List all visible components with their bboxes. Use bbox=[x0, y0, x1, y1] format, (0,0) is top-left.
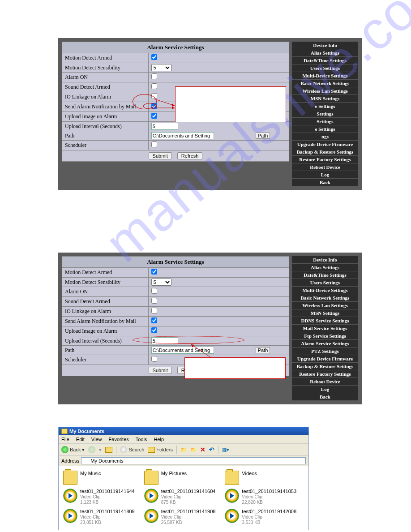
menu-favorites[interactable]: Favorites bbox=[109, 437, 129, 442]
back-button[interactable]: Back ▾ bbox=[61, 446, 85, 453]
checkbox-alarm-on[interactable] bbox=[151, 288, 157, 294]
checkbox-scheduler[interactable] bbox=[151, 142, 157, 147]
sidebar-item[interactable]: MSN Settings bbox=[292, 95, 358, 103]
sidebar-item[interactable]: Ftp Service Settings bbox=[292, 332, 358, 340]
forward-icon[interactable] bbox=[88, 446, 95, 453]
checkbox-motion-armed[interactable] bbox=[151, 54, 157, 60]
file-item[interactable]: test01_20110119141604Video Clip875 KB bbox=[144, 489, 223, 505]
file-item[interactable]: test01_20110119141809Video Clip23,851 KB bbox=[63, 509, 142, 525]
sidebar-item[interactable]: Users Settings bbox=[292, 279, 358, 287]
up-button[interactable] bbox=[105, 447, 112, 453]
checkbox-alarm-on[interactable] bbox=[151, 73, 157, 79]
sidebar-item[interactable]: Restore Factory Settings bbox=[292, 156, 358, 163]
checkbox-send-mail[interactable] bbox=[151, 317, 157, 323]
path-button[interactable]: Path bbox=[256, 133, 270, 139]
sidebar-item[interactable]: Wireless Lan Settings bbox=[292, 302, 358, 309]
menu-file[interactable]: File bbox=[61, 437, 69, 442]
checkbox-io-linkage[interactable] bbox=[151, 308, 157, 313]
sidebar-item[interactable]: Backup & Restore Settings bbox=[292, 363, 358, 370]
folder-item[interactable]: My Music bbox=[63, 471, 142, 485]
submit-button[interactable]: Submit bbox=[149, 367, 172, 374]
menu-view[interactable]: View bbox=[91, 437, 102, 442]
sidebar-item[interactable]: e Settings bbox=[292, 103, 358, 110]
sidebar-item[interactable]: Settings bbox=[292, 118, 358, 125]
label-io-linkage: IO Linkage on Alarm bbox=[62, 307, 149, 317]
titlebar: My Documents bbox=[59, 427, 308, 435]
sidebar-item[interactable]: Alarm Service Settings bbox=[292, 340, 358, 348]
item-size: 22,820 KB bbox=[242, 500, 296, 505]
sidebar-item[interactable]: ngs bbox=[292, 133, 358, 141]
checkbox-scheduler[interactable] bbox=[151, 356, 157, 362]
input-path[interactable] bbox=[151, 132, 214, 139]
checkbox-sound-detect[interactable] bbox=[151, 298, 157, 304]
sidebar-item[interactable]: Date&Time Settings bbox=[292, 271, 358, 279]
select-sensibility[interactable]: 5 bbox=[151, 279, 171, 286]
sidebar-item[interactable]: Back bbox=[292, 179, 358, 186]
sidebar-item[interactable]: Device Info bbox=[292, 256, 358, 264]
delete-icon[interactable]: ✕ bbox=[200, 446, 206, 453]
views-icon[interactable]: ▦▾ bbox=[222, 447, 229, 453]
sidebar-item[interactable]: Log bbox=[292, 386, 358, 393]
sidebar-item[interactable]: Multi-Device Settings bbox=[292, 72, 358, 80]
sidebar-item[interactable]: Date&Time Settings bbox=[292, 57, 358, 64]
folders-button[interactable]: Folders bbox=[148, 447, 173, 453]
sidebar-item[interactable]: Upgrade Device Firmware bbox=[292, 141, 358, 148]
address-label: Address bbox=[61, 458, 79, 463]
sidebar-item[interactable]: Back bbox=[292, 393, 358, 401]
sidebar-item[interactable]: Restore Factory Settings bbox=[292, 370, 358, 378]
sidebar-item[interactable]: Mail Service Settings bbox=[292, 325, 358, 332]
refresh-button[interactable]: Refresh bbox=[177, 152, 203, 159]
move-icon[interactable]: 📁 bbox=[180, 447, 187, 453]
sidebar: Device InfoAlias SettingsDate&Time Setti… bbox=[292, 256, 358, 401]
alarm-settings-panel-2: Alarm Service Settings Motion Detect Arm… bbox=[58, 253, 362, 404]
sidebar-item[interactable]: Multi-Device Settings bbox=[292, 287, 358, 294]
sidebar-item[interactable]: DDNS Service Settings bbox=[292, 317, 358, 325]
sidebar-item[interactable]: Settings bbox=[292, 110, 358, 118]
sidebar-item[interactable]: Backup & Restore Settings bbox=[292, 148, 358, 156]
search-button[interactable]: Search bbox=[120, 446, 144, 453]
item-size: 1,123 KB bbox=[80, 500, 135, 505]
checkbox-sound-detect[interactable] bbox=[151, 83, 157, 89]
path-button[interactable]: Path bbox=[256, 347, 270, 353]
sidebar-item[interactable]: Alias Settings bbox=[292, 264, 358, 271]
checkbox-motion-armed[interactable] bbox=[151, 269, 157, 275]
folder-item[interactable]: Videos bbox=[225, 471, 304, 485]
label-sensibility: Motion Detect Sensibility bbox=[62, 63, 149, 73]
address-bar: Address My Documents bbox=[59, 456, 308, 466]
sidebar-item[interactable]: MSN Settings bbox=[292, 309, 358, 317]
sidebar-item[interactable]: Reboot Device bbox=[292, 163, 358, 171]
input-path[interactable] bbox=[151, 347, 214, 354]
sidebar-item[interactable]: Log bbox=[292, 171, 358, 179]
input-interval[interactable] bbox=[151, 123, 178, 130]
sidebar-item[interactable]: Wireless Lan Settings bbox=[292, 87, 358, 95]
menu-tools[interactable]: Tools bbox=[136, 437, 147, 442]
sidebar-item[interactable]: Reboot Device bbox=[292, 378, 358, 386]
select-sensibility[interactable]: 5 bbox=[151, 64, 171, 71]
sidebar-item[interactable]: Users Settings bbox=[292, 64, 358, 72]
undo-icon[interactable]: ↶ bbox=[209, 446, 214, 453]
menu-help[interactable]: Help bbox=[154, 437, 164, 442]
folder-up-icon bbox=[105, 447, 112, 453]
file-item[interactable]: test01_20110119141908Video Clip26,587 KB bbox=[144, 509, 223, 525]
item-name: test01_20110119141644 bbox=[80, 489, 135, 494]
item-size: 3,533 KB bbox=[242, 520, 296, 525]
sidebar-item[interactable]: Alias Settings bbox=[292, 49, 358, 57]
submit-button[interactable]: Submit bbox=[149, 152, 172, 159]
checkbox-upload-image[interactable] bbox=[151, 327, 157, 333]
sidebar-item[interactable]: Basic Network Settings bbox=[292, 80, 358, 87]
folder-icon bbox=[83, 459, 89, 463]
file-item[interactable]: test01_20110119141053Video Clip22,820 KB bbox=[225, 489, 304, 505]
file-item[interactable]: test01_20110119142008Video Clip3,533 KB bbox=[225, 509, 304, 525]
folder-item[interactable]: My Pictures bbox=[144, 471, 223, 485]
address-box[interactable]: My Documents bbox=[81, 457, 306, 464]
item-type: Video Clip bbox=[80, 494, 135, 500]
sidebar-item[interactable]: e Settings bbox=[292, 125, 358, 133]
copy-icon[interactable]: 📁 bbox=[190, 447, 197, 453]
sidebar-item[interactable]: Device Info bbox=[292, 42, 358, 49]
sidebar-item[interactable]: PTZ Settings bbox=[292, 348, 358, 355]
sidebar-item[interactable]: Upgrade Device Firmware bbox=[292, 355, 358, 363]
file-item[interactable]: test01_20110119141644Video Clip1,123 KB bbox=[63, 489, 142, 505]
menu-edit[interactable]: Edit bbox=[76, 437, 85, 442]
checkbox-upload-image[interactable] bbox=[151, 113, 157, 119]
sidebar-item[interactable]: Basic Network Settings bbox=[292, 294, 358, 302]
